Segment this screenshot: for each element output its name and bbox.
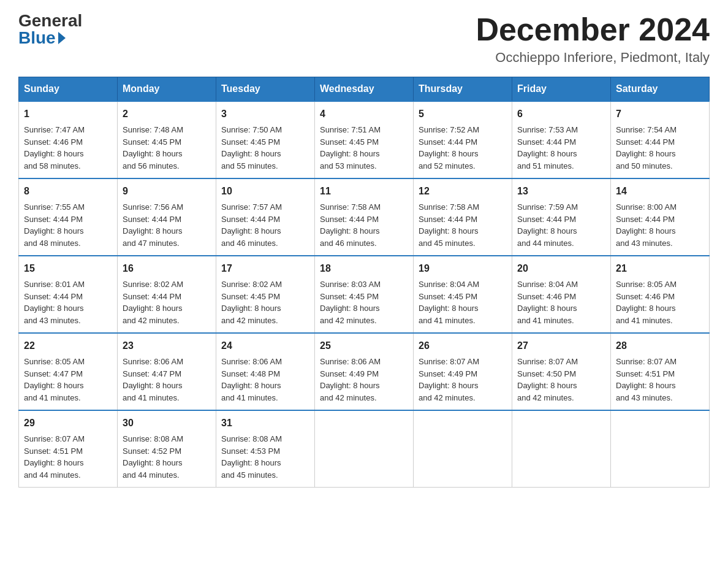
day-number: 29 bbox=[24, 416, 112, 431]
day-info: and 42 minutes. bbox=[419, 392, 507, 404]
day-info: Sunrise: 7:53 AM bbox=[517, 124, 605, 136]
day-info: Sunrise: 8:03 AM bbox=[320, 278, 408, 291]
calendar-cell: 17Sunrise: 8:02 AMSunset: 4:45 PMDayligh… bbox=[216, 256, 315, 333]
day-info: Daylight: 8 hours bbox=[123, 380, 211, 392]
calendar-cell bbox=[512, 410, 611, 488]
col-header-tuesday: Tuesday bbox=[216, 77, 315, 102]
day-info: Sunset: 4:45 PM bbox=[320, 291, 408, 303]
calendar-cell: 18Sunrise: 8:03 AMSunset: 4:45 PMDayligh… bbox=[315, 256, 414, 333]
day-info: Sunrise: 8:05 AM bbox=[616, 278, 704, 291]
day-info: Sunset: 4:49 PM bbox=[419, 368, 507, 380]
day-info: and 41 minutes. bbox=[123, 392, 211, 404]
logo-triangle-icon bbox=[58, 32, 66, 44]
calendar-cell: 11Sunrise: 7:58 AMSunset: 4:44 PMDayligh… bbox=[315, 178, 414, 256]
day-info: Daylight: 8 hours bbox=[221, 302, 309, 315]
logo-general-text: General bbox=[18, 12, 82, 29]
day-info: Sunrise: 8:00 AM bbox=[616, 201, 704, 213]
day-number: 1 bbox=[24, 107, 112, 121]
day-info: Daylight: 8 hours bbox=[123, 302, 211, 315]
day-info: Sunset: 4:46 PM bbox=[616, 291, 704, 303]
day-number: 8 bbox=[24, 184, 112, 199]
day-number: 13 bbox=[517, 184, 605, 199]
calendar-week-row: 1Sunrise: 7:47 AMSunset: 4:46 PMDaylight… bbox=[19, 101, 710, 178]
day-info: and 55 minutes. bbox=[221, 160, 309, 172]
day-info: Sunset: 4:44 PM bbox=[123, 213, 211, 226]
calendar-week-row: 8Sunrise: 7:55 AMSunset: 4:44 PMDaylight… bbox=[19, 178, 710, 256]
day-info: Daylight: 8 hours bbox=[320, 225, 408, 237]
day-info: Daylight: 8 hours bbox=[419, 225, 507, 237]
day-info: and 52 minutes. bbox=[419, 160, 507, 172]
day-info: Sunrise: 8:04 AM bbox=[517, 278, 605, 291]
day-number: 20 bbox=[517, 261, 605, 276]
day-info: Sunrise: 7:57 AM bbox=[221, 201, 309, 213]
day-info: and 43 minutes. bbox=[616, 237, 704, 250]
calendar-cell: 13Sunrise: 7:59 AMSunset: 4:44 PMDayligh… bbox=[512, 178, 611, 256]
calendar-week-row: 29Sunrise: 8:07 AMSunset: 4:51 PMDayligh… bbox=[19, 410, 710, 488]
day-info: Daylight: 8 hours bbox=[419, 148, 507, 160]
day-info: and 45 minutes. bbox=[221, 469, 309, 481]
day-number: 23 bbox=[123, 339, 211, 353]
calendar-cell: 31Sunrise: 8:08 AMSunset: 4:53 PMDayligh… bbox=[216, 410, 315, 488]
day-info: Sunset: 4:45 PM bbox=[221, 291, 309, 303]
day-info: Sunset: 4:52 PM bbox=[123, 445, 211, 458]
calendar-cell: 29Sunrise: 8:07 AMSunset: 4:51 PMDayligh… bbox=[19, 410, 118, 488]
day-info: Sunrise: 7:58 AM bbox=[419, 201, 507, 213]
day-info: and 48 minutes. bbox=[24, 237, 112, 250]
calendar-cell: 21Sunrise: 8:05 AMSunset: 4:46 PMDayligh… bbox=[611, 256, 710, 333]
calendar-cell: 8Sunrise: 7:55 AMSunset: 4:44 PMDaylight… bbox=[19, 178, 118, 256]
day-info: Sunrise: 8:07 AM bbox=[419, 356, 507, 368]
day-info: Sunrise: 8:04 AM bbox=[419, 278, 507, 291]
title-block: December 2024 Occhieppo Inferiore, Piedm… bbox=[476, 12, 710, 66]
calendar-cell: 3Sunrise: 7:50 AMSunset: 4:45 PMDaylight… bbox=[216, 101, 315, 178]
day-info: and 47 minutes. bbox=[123, 237, 211, 250]
day-number: 2 bbox=[123, 107, 211, 121]
day-info: Sunset: 4:47 PM bbox=[24, 368, 112, 380]
day-info: and 41 minutes. bbox=[419, 315, 507, 327]
day-number: 24 bbox=[221, 339, 309, 353]
day-info: Daylight: 8 hours bbox=[123, 148, 211, 160]
day-info: Daylight: 8 hours bbox=[517, 302, 605, 315]
calendar-cell bbox=[315, 410, 414, 488]
day-number: 17 bbox=[221, 261, 309, 276]
day-info: Sunrise: 8:08 AM bbox=[123, 433, 211, 445]
day-info: Daylight: 8 hours bbox=[616, 148, 704, 160]
day-number: 30 bbox=[123, 416, 211, 431]
day-number: 16 bbox=[123, 261, 211, 276]
day-info: and 58 minutes. bbox=[24, 160, 112, 172]
calendar-cell: 20Sunrise: 8:04 AMSunset: 4:46 PMDayligh… bbox=[512, 256, 611, 333]
calendar-table: SundayMondayTuesdayWednesdayThursdayFrid… bbox=[18, 77, 710, 488]
calendar-week-row: 22Sunrise: 8:05 AMSunset: 4:47 PMDayligh… bbox=[19, 333, 710, 410]
day-info: Daylight: 8 hours bbox=[221, 148, 309, 160]
day-info: Sunrise: 8:06 AM bbox=[320, 356, 408, 368]
day-info: and 41 minutes. bbox=[616, 315, 704, 327]
day-info: Sunset: 4:44 PM bbox=[221, 213, 309, 226]
day-number: 26 bbox=[419, 339, 507, 353]
day-info: Sunset: 4:45 PM bbox=[123, 136, 211, 148]
day-info: Daylight: 8 hours bbox=[419, 380, 507, 392]
day-number: 22 bbox=[24, 339, 112, 353]
logo: General Blue bbox=[18, 12, 82, 47]
day-info: Sunset: 4:44 PM bbox=[419, 136, 507, 148]
day-info: Daylight: 8 hours bbox=[517, 148, 605, 160]
day-info: and 50 minutes. bbox=[616, 160, 704, 172]
day-info: and 42 minutes. bbox=[320, 392, 408, 404]
day-info: Sunrise: 8:07 AM bbox=[616, 356, 704, 368]
day-info: Sunset: 4:47 PM bbox=[123, 368, 211, 380]
col-header-wednesday: Wednesday bbox=[315, 77, 414, 102]
day-number: 6 bbox=[517, 107, 605, 121]
day-number: 11 bbox=[320, 184, 408, 199]
calendar-cell bbox=[611, 410, 710, 488]
calendar-cell: 30Sunrise: 8:08 AMSunset: 4:52 PMDayligh… bbox=[118, 410, 216, 488]
col-header-saturday: Saturday bbox=[611, 77, 710, 102]
day-number: 12 bbox=[419, 184, 507, 199]
day-info: Sunset: 4:45 PM bbox=[419, 291, 507, 303]
day-info: and 41 minutes. bbox=[517, 315, 605, 327]
day-info: Daylight: 8 hours bbox=[320, 380, 408, 392]
day-number: 10 bbox=[221, 184, 309, 199]
calendar-cell: 10Sunrise: 7:57 AMSunset: 4:44 PMDayligh… bbox=[216, 178, 315, 256]
day-info: Sunrise: 7:47 AM bbox=[24, 124, 112, 136]
day-number: 18 bbox=[320, 261, 408, 276]
day-info: Sunrise: 7:52 AM bbox=[419, 124, 507, 136]
day-info: Sunrise: 7:54 AM bbox=[616, 124, 704, 136]
day-info: Sunset: 4:45 PM bbox=[221, 136, 309, 148]
